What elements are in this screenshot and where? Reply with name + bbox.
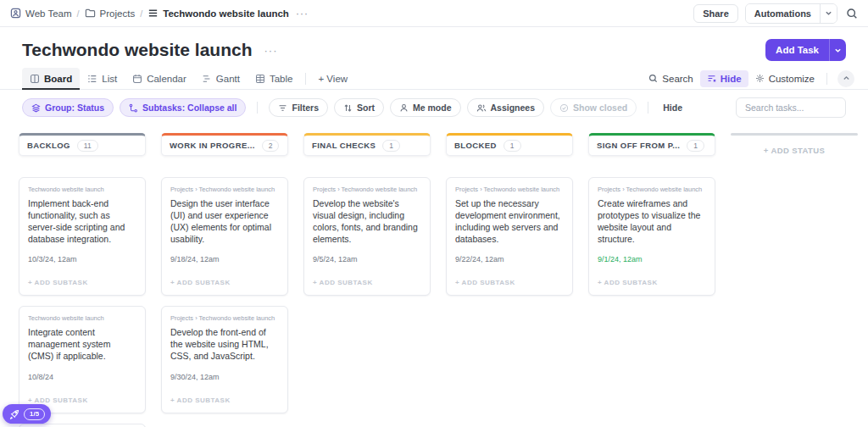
column-header[interactable]: SIGN OFF FROM P... 1 bbox=[588, 133, 715, 156]
tab-table[interactable]: Table bbox=[248, 68, 301, 89]
add-subtask-button[interactable]: + ADD SUBTASK bbox=[313, 279, 421, 286]
add-subtask-button[interactable]: + ADD SUBTASK bbox=[170, 279, 279, 286]
column-header[interactable]: FINAL CHECKS 1 bbox=[303, 133, 431, 156]
search-tasks-input[interactable] bbox=[736, 97, 846, 118]
circle-check-icon bbox=[559, 103, 569, 113]
automations-chevron-button[interactable] bbox=[820, 4, 837, 23]
gear-icon bbox=[755, 74, 765, 83]
tab-list[interactable]: List bbox=[80, 68, 125, 89]
view-search-button[interactable]: Search bbox=[642, 70, 699, 87]
group-icon bbox=[31, 103, 41, 113]
tab-calendar-label: Calendar bbox=[147, 74, 186, 84]
add-subtask-button[interactable]: + ADD SUBTASK bbox=[28, 396, 136, 404]
add-subtask-button[interactable]: + ADD SUBTASK bbox=[455, 279, 564, 286]
add-task-chevron-button[interactable] bbox=[829, 39, 846, 61]
people-icon bbox=[476, 103, 487, 113]
automations-button[interactable]: Automations bbox=[746, 4, 820, 23]
breadcrumb-separator: / bbox=[140, 8, 142, 19]
column-count: 1 bbox=[382, 140, 400, 152]
column-count: 1 bbox=[504, 140, 521, 152]
tab-calendar[interactable]: Calendar bbox=[125, 68, 194, 89]
card-breadcrumb: Projects › Techwondo website launch bbox=[170, 314, 279, 322]
card-title: Implement back-end functionality, such a… bbox=[28, 198, 136, 245]
column-cards: Projects › Techwondo website launch Desi… bbox=[161, 177, 288, 413]
card-due-date: 9/18/24, 12am bbox=[170, 255, 279, 263]
column-cards: Projects › Techwondo website launch Deve… bbox=[303, 177, 431, 296]
show-closed-button[interactable]: Show closed bbox=[550, 98, 637, 117]
show-closed-label: Show closed bbox=[573, 103, 627, 113]
title-more-button[interactable]: ··· bbox=[264, 44, 277, 57]
column-header[interactable]: BLOCKED 1 bbox=[446, 133, 573, 156]
divider bbox=[648, 102, 648, 114]
task-card[interactable]: Projects › Techwondo website launch Set … bbox=[446, 177, 573, 296]
hide-columns-button[interactable]: Hide bbox=[659, 103, 686, 113]
add-task-button[interactable]: Add Task bbox=[765, 39, 829, 61]
filter-icon bbox=[278, 103, 287, 113]
card-due-date: 9/1/24, 12am bbox=[598, 255, 706, 263]
column-header[interactable]: WORK IN PROGRE... 2 bbox=[161, 133, 288, 156]
column-cards: Projects › Techwondo website launch Crea… bbox=[588, 177, 715, 296]
add-subtask-button[interactable]: + ADD SUBTASK bbox=[28, 279, 136, 286]
card-due-date: 10/8/24 bbox=[28, 373, 136, 381]
card-title: Develop the front-end of the website usi… bbox=[170, 327, 279, 363]
card-breadcrumb: Projects › Techwondo website launch bbox=[170, 186, 279, 193]
tab-gantt[interactable]: Gantt bbox=[194, 68, 248, 89]
search-icon bbox=[648, 74, 658, 83]
card-title: Develop the website's visual design, inc… bbox=[313, 198, 421, 245]
breadcrumb-more-button[interactable]: ··· bbox=[296, 8, 309, 19]
search-icon bbox=[846, 8, 858, 19]
filters-button[interactable]: Filters bbox=[269, 98, 328, 117]
breadcrumb-projects-label: Projects bbox=[100, 8, 136, 19]
divider bbox=[826, 73, 827, 85]
card-title: Set up the necessary development environ… bbox=[455, 198, 564, 245]
subtasks-button[interactable]: Subtasks: Collapse all bbox=[120, 98, 246, 117]
card-title: Create wireframes and prototypes to visu… bbox=[598, 198, 706, 245]
task-card[interactable]: Techwondo website launch Perform rigorou… bbox=[19, 424, 146, 427]
view-search-label: Search bbox=[662, 74, 693, 84]
views-bar: Board List Calendar Gantt Table bbox=[0, 68, 868, 90]
share-button[interactable]: Share bbox=[693, 4, 738, 23]
board-column: WORK IN PROGRE... 2 Projects › Techwondo… bbox=[161, 133, 288, 413]
tab-board[interactable]: Board bbox=[22, 68, 80, 89]
tab-table-label: Table bbox=[270, 74, 293, 84]
add-subtask-button[interactable]: + ADD SUBTASK bbox=[598, 279, 706, 286]
customize-button[interactable]: Customize bbox=[748, 70, 821, 87]
assignees-button[interactable]: Assignees bbox=[467, 98, 545, 117]
assignees-label: Assignees bbox=[491, 103, 536, 113]
breadcrumb-current-list[interactable]: Techwondo website launch bbox=[147, 8, 289, 19]
card-due-date: 9/5/24, 12am bbox=[313, 255, 421, 263]
board-column: BACKLOG 11 Techwondo website launch Impl… bbox=[19, 133, 146, 427]
customize-label: Customize bbox=[769, 74, 815, 84]
board: BACKLOG 11 Techwondo website launch Impl… bbox=[0, 125, 868, 424]
add-view-button[interactable]: + View bbox=[311, 74, 354, 84]
global-search-button[interactable] bbox=[844, 6, 860, 21]
task-card[interactable]: Techwondo website launch Implement back-… bbox=[19, 177, 146, 296]
sort-button[interactable]: Sort bbox=[334, 98, 384, 117]
me-mode-button[interactable]: Me mode bbox=[390, 98, 461, 117]
calendar-view-icon bbox=[132, 74, 142, 84]
task-card[interactable]: Projects › Techwondo website launch Deve… bbox=[161, 306, 288, 413]
automations-button-group: Automations bbox=[745, 3, 837, 24]
task-card[interactable]: Projects › Techwondo website launch Desi… bbox=[161, 177, 288, 296]
task-card[interactable]: Projects › Techwondo website launch Deve… bbox=[303, 177, 431, 296]
breadcrumb-projects[interactable]: Projects bbox=[85, 8, 136, 19]
column-header[interactable]: BACKLOG 11 bbox=[19, 133, 146, 156]
task-card[interactable]: Techwondo website launch Integrate conte… bbox=[19, 306, 146, 413]
divider bbox=[257, 102, 258, 114]
card-breadcrumb: Projects › Techwondo website launch bbox=[598, 186, 706, 193]
subtasks-label: Subtasks: Collapse all bbox=[142, 103, 236, 113]
breadcrumb-workspace[interactable]: Web Team bbox=[10, 8, 72, 19]
chevron-down-icon bbox=[834, 47, 842, 54]
sort-label: Sort bbox=[357, 103, 375, 113]
column-cards: Techwondo website launch Implement back-… bbox=[19, 177, 146, 427]
hide-fields-button[interactable]: Hide bbox=[700, 70, 748, 87]
folder-icon bbox=[85, 8, 96, 19]
onboarding-progress-badge[interactable]: 1/5 bbox=[3, 404, 51, 424]
group-by-button[interactable]: Group: Status bbox=[22, 98, 114, 117]
collapse-header-button[interactable] bbox=[837, 70, 854, 87]
team-icon bbox=[10, 8, 21, 19]
column-title: FINAL CHECKS bbox=[312, 141, 376, 150]
task-card[interactable]: Projects › Techwondo website launch Crea… bbox=[588, 177, 715, 296]
add-status-button[interactable]: + ADD STATUS bbox=[731, 146, 858, 155]
add-subtask-button[interactable]: + ADD SUBTASK bbox=[170, 396, 279, 404]
